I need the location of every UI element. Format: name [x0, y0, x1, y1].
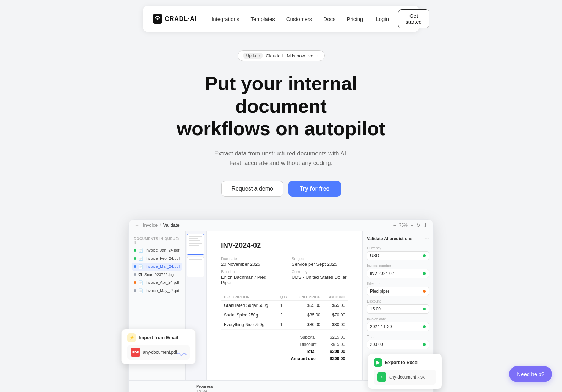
nav-docs[interactable]: Docs — [318, 13, 340, 25]
zoom-out-btn[interactable]: − — [393, 222, 396, 228]
logo-text: CRADL·AI — [165, 15, 197, 23]
subject-field: Subject Service per Sept 2025 — [292, 256, 348, 267]
currency-field: Currency UDS - United States Dollar — [292, 270, 348, 285]
browser-back-btn[interactable]: ← — [134, 222, 139, 228]
validate-title: Validate AI predictions ··· — [367, 236, 429, 242]
invoice-grid: Due date 20 November 2025 Subject Servic… — [221, 256, 348, 285]
file-name: Invoice_Jan_24.pdf — [145, 248, 179, 252]
login-link[interactable]: Login — [371, 13, 394, 25]
update-text: Claude LLM is now live → — [266, 53, 319, 59]
pdf-icon: PDF — [131, 348, 140, 357]
breadcrumb-parent: Invoice — [143, 222, 158, 228]
val-invoice-date-status — [423, 325, 426, 328]
browser-bar: ← Invoice / Validate − 75% + ↻ ⬇ — [129, 220, 433, 231]
progress-label: Progress — [196, 384, 239, 388]
get-started-button[interactable]: Get started — [398, 9, 429, 28]
import-file-item: PDF any-document.pdf — [127, 345, 190, 360]
col-qty: QTY — [277, 294, 293, 301]
status-dot-green — [134, 257, 136, 260]
nav-templates[interactable]: Templates — [246, 13, 280, 25]
import-card-menu[interactable]: ··· — [186, 335, 190, 341]
val-invoice-number-input[interactable]: INV-2024-02 — [367, 269, 429, 278]
hero-subtitle: Extract data from unstructured documents… — [196, 149, 366, 168]
validators-section: Validators A B C D E +5 — [134, 384, 188, 392]
file-item-1[interactable]: 📄 Invoice_Feb_24.pdf — [132, 254, 182, 263]
download-btn[interactable]: ⬇ — [423, 222, 428, 228]
export-card-menu[interactable]: ··· — [432, 360, 436, 365]
file-item-4[interactable]: 📄 Invoice_Apr_24.pdf — [132, 278, 182, 287]
table-row: Social Spice 250g 2 $35.00 $70.00 — [221, 310, 348, 320]
logo[interactable]: CRADL·AI — [153, 14, 197, 24]
update-badge[interactable]: Update Claude LLM is now live → — [238, 50, 325, 61]
thumbnail-1[interactable] — [187, 257, 204, 277]
col-desc: DESCRIPTION — [221, 294, 277, 301]
nav-customers[interactable]: Customers — [281, 13, 317, 25]
val-invoice-date-field: Invoice date 2024-11-20 — [367, 317, 429, 331]
hero-buttons: Request a demo Try for free — [7, 181, 555, 197]
nav-right: Login Get started — [371, 9, 429, 28]
breadcrumb: Invoice / Validate — [143, 222, 180, 228]
due-date-field: Due date 20 November 2025 — [221, 256, 277, 267]
status-dot-gray — [134, 273, 136, 276]
zoom-level: 75% — [399, 223, 408, 228]
import-card: ⚡ Import from Email ··· PDF any-document… — [121, 329, 196, 364]
file-name: Invoice_Feb_24.pdf — [145, 256, 180, 260]
file-item-3[interactable]: 🖼 Scan-023722.jpg — [132, 271, 182, 278]
file-icon: 🖼 — [138, 272, 142, 277]
export-card-header: ▶ Export to Excel ··· — [374, 358, 436, 367]
export-card: ▶ Export to Excel ··· X any-document.xls… — [368, 354, 442, 389]
navbar-wrapper: CRADL·AI Integrations Templates Customer… — [0, 0, 562, 32]
val-discount-input[interactable]: 15.00 — [367, 304, 429, 314]
val-total-field: Total 200.00 — [367, 335, 429, 349]
table-row: Granulated Sugar 500g 1 $65.00 $65.00 — [221, 300, 348, 310]
invoice-totals: Subtotal $215.00 Discount -$15.00 Total … — [221, 334, 348, 362]
val-currency-status — [423, 254, 426, 257]
progress-fraction: 17/234 — [196, 389, 239, 392]
import-card-title: Import from Email — [139, 335, 183, 340]
export-file-item: X any-document.xlsx — [374, 370, 436, 385]
file-item-2[interactable]: 📄 Invoice_Mar_24.pdf — [132, 263, 182, 271]
val-discount-field: Discount 15.00 — [367, 299, 429, 314]
invoice-items-table: DESCRIPTION QTY UNIT PRICE AMOUNT Granul… — [221, 294, 348, 330]
val-total-input[interactable]: 200.00 — [367, 340, 429, 349]
val-billed-to-input[interactable]: Pied piper — [367, 287, 429, 296]
file-name: Invoice_Apr_24.pdf — [145, 280, 179, 285]
export-filename: any-document.xlsx — [389, 375, 425, 380]
breadcrumb-current: Validate — [163, 222, 180, 228]
file-item-0[interactable]: 📄 Invoice_Jan_24.pdf — [132, 246, 182, 254]
import-filename: any-document.pdf — [143, 350, 177, 355]
navbar: CRADL·AI Integrations Templates Customer… — [143, 6, 419, 32]
svg-point-1 — [157, 18, 159, 20]
validate-panel-menu[interactable]: ··· — [425, 236, 429, 242]
zoom-in-btn[interactable]: + — [411, 222, 413, 228]
progress-section: Progress 17/234 Pending 217 Submitted 15… — [196, 384, 239, 392]
val-billed-to-field: Billed to Pied piper — [367, 282, 429, 296]
try-for-free-button[interactable]: Try for free — [288, 181, 341, 197]
nav-pricing[interactable]: Pricing — [342, 13, 368, 25]
val-currency-field: Currency USD — [367, 246, 429, 260]
hero-title: Put your internal document workflows on … — [157, 72, 405, 140]
file-icon: 📄 — [138, 248, 143, 253]
val-invoice-number-status — [423, 272, 426, 275]
need-help-button[interactable]: Need help? — [509, 366, 552, 382]
val-total-status — [423, 343, 426, 346]
import-card-header: ⚡ Import from Email ··· — [127, 333, 190, 342]
import-wave — [177, 351, 187, 358]
col-unit-price: UNIT PRICE — [292, 294, 323, 301]
request-demo-button[interactable]: Request a demo — [221, 181, 283, 197]
val-invoice-date-input[interactable]: 2024-11-20 — [367, 322, 429, 331]
file-icon: 📄 — [138, 288, 143, 293]
file-name: Scan-023722.jpg — [144, 272, 174, 277]
zoom-controls: − 75% + ↻ ⬇ — [393, 222, 428, 228]
table-row: Everything Nice 750g 1 $80.00 $80.00 — [221, 320, 348, 329]
nav-integrations[interactable]: Integrations — [206, 13, 244, 25]
status-dot-green — [134, 249, 136, 252]
file-item-5[interactable]: 📄 Invoice_May_24.pdf — [132, 287, 182, 295]
invoice-number: INV-2024-02 — [221, 241, 348, 249]
refresh-btn[interactable]: ↻ — [416, 222, 420, 228]
export-icon: ▶ — [374, 358, 382, 367]
file-icon: 📄 — [138, 264, 143, 269]
thumbnail-0[interactable] — [187, 234, 204, 255]
demo-container: ⚡ Import from Email ··· PDF any-document… — [128, 219, 434, 392]
val-currency-input[interactable]: USD — [367, 251, 429, 260]
